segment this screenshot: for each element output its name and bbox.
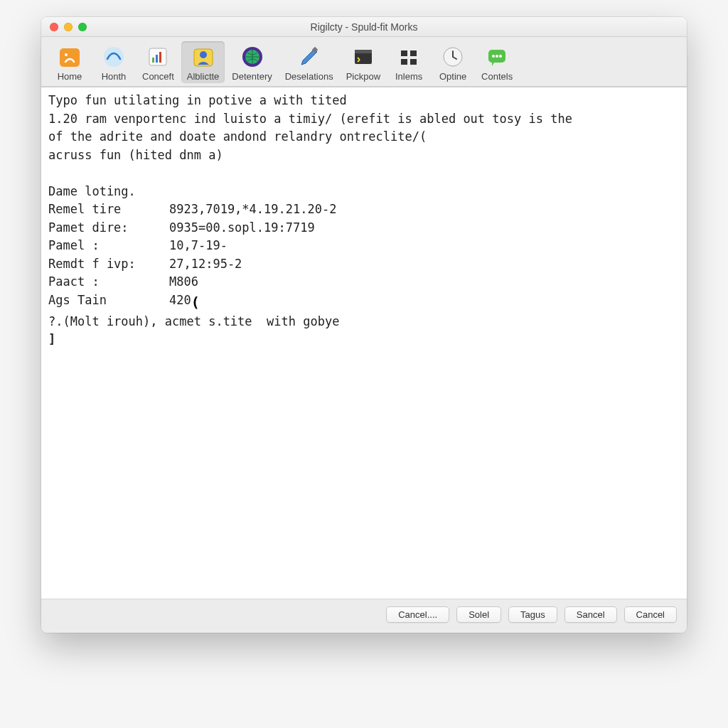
svg-rect-13 [355,50,372,53]
toolbar-item-contels[interactable]: Contels [476,41,518,83]
toolbar-label: Deselations [285,71,333,82]
row-label: Pamet dire: [48,219,169,237]
cancel-button-1[interactable]: Cancel.... [386,606,449,623]
sancel-button[interactable]: Sancel [564,606,617,623]
cancel-button-2[interactable]: Cancel [624,606,677,623]
person-icon [191,44,216,70]
grid-icon [396,44,422,70]
minimize-window-button[interactable] [64,23,73,31]
data-row: Remel tire8923,7019,*4.19.21.20-2 [48,200,680,219]
content-line: Typo fun utilating in potive a with tite… [48,93,347,107]
row-label: Ags Tain [48,291,169,313]
titlebar: Rigilcty - Spuld-fit Morks [41,17,687,37]
svg-rect-0 [60,48,80,67]
window-title: Rigilcty - Spuld-fit Morks [41,21,687,33]
svg-rect-4 [152,58,154,63]
row-label: Pamel : [48,237,169,255]
wave-icon [101,44,127,70]
row-label: Paact : [48,273,169,291]
pen-icon [296,44,322,70]
data-row: Remdt f ivp:27,12:95-2 [48,255,680,274]
data-row: Pamet dire:0935=00.sopl.19:7719 [48,219,680,237]
svg-rect-15 [410,50,417,56]
prompt: ] [48,332,55,346]
toolbar-label: Detentery [232,71,272,82]
toolbar-item-deselations[interactable]: Deselations [279,41,339,83]
row-value: 420 [169,291,191,313]
toolbar-label: Alblictte [187,71,220,82]
content-line: Dame loting. [48,184,136,198]
zoom-window-button[interactable] [78,23,87,31]
data-row: Pamel :10,7-19- [48,237,680,255]
svg-rect-16 [401,59,407,65]
row-value: 0935=00.sopl.19:7719 [169,219,315,237]
toolbar-item-home[interactable]: Home [48,41,91,83]
close-window-button[interactable] [50,23,58,31]
toolbar: Home Honth Conceft Alblictte Detentery [41,37,687,87]
tagus-button[interactable]: Tagus [508,606,557,623]
toolbar-item-honth[interactable]: Honth [92,41,135,83]
toolbar-label: Inlems [395,71,422,82]
toolbar-label: Honth [102,71,127,82]
toolbar-item-detentery[interactable]: Detentery [226,41,277,83]
toolbar-label: Contels [481,71,513,82]
app-window: Rigilcty - Spuld-fit Morks Home Honth Co… [41,17,687,633]
row-value: M806 [169,273,198,291]
globe-icon [240,44,265,70]
content-line: 1.20 ram venportenc ind luisto a timiy/ … [48,112,572,126]
solel-button[interactable]: Solel [456,606,501,623]
toolbar-label: Conceft [142,71,174,82]
svg-point-21 [496,55,498,58]
svg-point-22 [499,55,502,58]
clock-icon [440,44,466,70]
traffic-lights [41,23,87,31]
terminal-content[interactable]: Typo fun utilating in potive a with tite… [41,87,687,599]
home-s-icon [57,44,82,70]
row-label: Remdt f ivp: [48,255,169,274]
toolbar-item-optine[interactable]: Optine [432,41,474,83]
svg-rect-5 [156,55,158,63]
svg-point-2 [104,47,124,67]
chart-icon [145,44,171,70]
svg-rect-14 [401,50,407,56]
toolbar-label: Optine [439,71,466,82]
data-row: Ags Tain420 ( [48,291,680,313]
content-line: of the adrite and doate andond relandry … [48,129,427,144]
chat-icon [484,44,510,70]
toolbar-item-pickpow[interactable]: Pickpow [341,41,386,83]
svg-point-1 [65,53,68,56]
row-value: 10,7-19- [169,237,228,255]
svg-rect-17 [410,59,417,65]
data-row: Paact :M806 [48,273,680,291]
content-line: acruss fun (hited dnm a) [48,148,223,162]
toolbar-label: Pickpow [346,71,380,82]
button-bar: Cancel.... Solel Tagus Sancel Cancel [41,599,687,633]
text-cursor-icon: ( [191,291,200,313]
toolbar-item-alblictte[interactable]: Alblictte [181,41,225,83]
terminal-icon [350,44,376,70]
row-value: 8923,7019,*4.19.21.20-2 [169,200,336,219]
row-label: Remel tire [48,200,169,219]
svg-point-20 [492,55,495,58]
toolbar-label: Home [58,71,82,82]
content-line: ?.(Molt irouh), acmet s.tite with gobye [48,314,339,328]
svg-rect-6 [159,52,161,63]
svg-point-8 [200,51,207,58]
row-value: 27,12:95-2 [169,255,242,274]
toolbar-item-conceft[interactable]: Conceft [136,41,180,83]
toolbar-item-inlems[interactable]: Inlems [387,41,430,83]
